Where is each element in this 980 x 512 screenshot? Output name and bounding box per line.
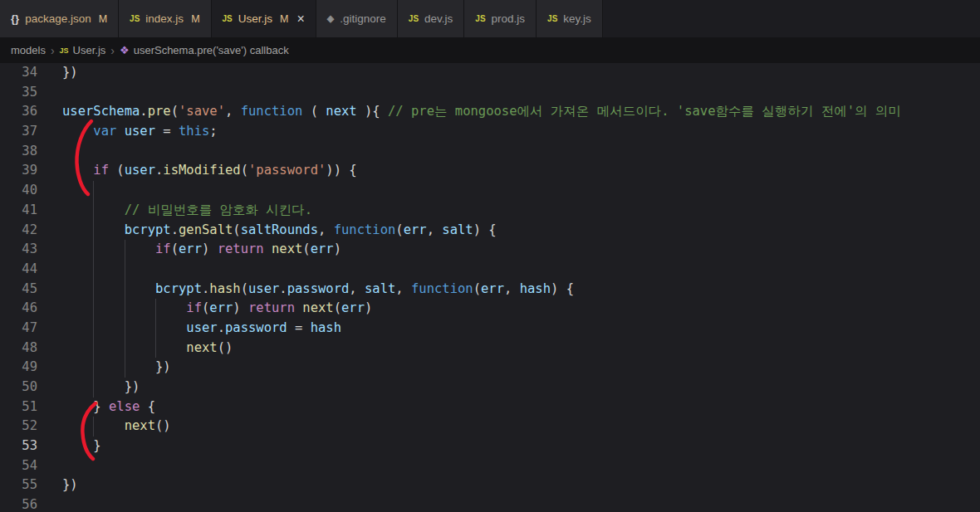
code-line-51: 51 } else { bbox=[0, 397, 980, 417]
line-number[interactable]: 51 bbox=[0, 397, 51, 417]
code-line-37: 37 var user = this; bbox=[0, 122, 980, 142]
code-text[interactable]: userSchema.pre('save', function ( next )… bbox=[62, 102, 980, 122]
code-token: () bbox=[155, 418, 171, 433]
code-text[interactable]: } else { bbox=[62, 397, 980, 417]
indent-guide-line bbox=[93, 260, 94, 280]
line-number[interactable]: 54 bbox=[0, 456, 51, 476]
code-text[interactable]: bcrypt.hash(user.password, salt, functio… bbox=[62, 280, 980, 300]
code-text[interactable]: }) bbox=[62, 63, 980, 83]
code-token: hash bbox=[311, 320, 341, 335]
code-token: next bbox=[326, 104, 356, 119]
code-token: salt bbox=[365, 281, 395, 296]
code-token: ) bbox=[233, 300, 248, 315]
code-text[interactable]: var user = this; bbox=[62, 122, 980, 142]
line-number[interactable]: 38 bbox=[0, 142, 51, 162]
tab-dev-js[interactable]: JSdev.js bbox=[398, 0, 465, 37]
code-line-43: 43 if(err) return next(err) bbox=[0, 240, 980, 260]
modified-badge: M bbox=[191, 13, 199, 25]
code-text[interactable]: }) bbox=[62, 378, 980, 397]
line-number[interactable]: 36 bbox=[0, 102, 51, 122]
code-token: = bbox=[155, 124, 179, 139]
code-token: isModified bbox=[163, 163, 240, 178]
indent-guide-line bbox=[155, 299, 156, 319]
code-text[interactable] bbox=[62, 260, 980, 280]
code-line-48: 48 next() bbox=[0, 339, 980, 358]
breadcrumb-item[interactable]: ❖userSchema.pre('save') callback bbox=[120, 44, 289, 56]
line-number[interactable]: 56 bbox=[0, 495, 51, 512]
code-token: ) { bbox=[551, 281, 574, 296]
indent-guide-line bbox=[125, 299, 125, 319]
close-icon[interactable]: × bbox=[296, 12, 304, 26]
line-number[interactable]: 42 bbox=[0, 221, 51, 241]
tab-label: dev.js bbox=[424, 12, 453, 25]
line-number[interactable]: 46 bbox=[0, 299, 51, 319]
code-line-55: 55}) bbox=[0, 475, 980, 495]
tab-key-js[interactable]: JSkey.js bbox=[537, 0, 603, 37]
tab-label: index.js bbox=[145, 12, 184, 25]
code-text[interactable]: }) bbox=[62, 475, 980, 495]
code-line-46: 46 if(err) return next(err) bbox=[0, 299, 980, 319]
line-number[interactable]: 50 bbox=[0, 378, 51, 397]
indent-guide-line bbox=[93, 378, 94, 397]
code-token: ) bbox=[365, 300, 372, 315]
code-text[interactable]: user.password = hash bbox=[62, 319, 980, 339]
breadcrumb-label: User.js bbox=[73, 44, 106, 56]
code-text[interactable] bbox=[62, 456, 980, 476]
tab-user-js[interactable]: JSUser.jsM× bbox=[212, 0, 316, 37]
line-number[interactable]: 43 bbox=[0, 240, 51, 260]
indent-guide-line bbox=[125, 319, 125, 339]
line-number[interactable]: 35 bbox=[0, 83, 51, 103]
code-text[interactable]: if(err) return next(err) bbox=[62, 299, 980, 319]
indent-guide-line bbox=[93, 339, 94, 358]
line-number[interactable]: 48 bbox=[0, 339, 51, 358]
line-number[interactable]: 40 bbox=[0, 181, 51, 201]
line-number[interactable]: 53 bbox=[0, 436, 51, 456]
code-text[interactable]: if(err) return next(err) bbox=[62, 240, 980, 260]
code-text[interactable]: if (user.isModified('password')) { bbox=[62, 161, 980, 181]
code-token: ( bbox=[473, 281, 481, 296]
line-number[interactable]: 44 bbox=[0, 260, 51, 280]
code-line-45: 45 bcrypt.hash(user.password, salt, func… bbox=[0, 280, 980, 300]
code-text[interactable]: next() bbox=[62, 339, 980, 358]
code-token bbox=[116, 124, 124, 139]
code-text[interactable] bbox=[62, 181, 980, 201]
breadcrumb-label: userSchema.pre('save') callback bbox=[134, 44, 289, 56]
indent-guide-line bbox=[93, 417, 94, 436]
line-number[interactable]: 49 bbox=[0, 358, 51, 378]
breadcrumb-item[interactable]: JSUser.js bbox=[60, 44, 106, 56]
line-number[interactable]: 37 bbox=[0, 122, 51, 142]
code-token bbox=[62, 281, 155, 296]
code-text[interactable] bbox=[62, 495, 980, 512]
code-token: . bbox=[140, 104, 147, 119]
tab-package-json[interactable]: {}package.jsonM bbox=[0, 0, 119, 37]
editor: 34})3536userSchema.pre('save', function … bbox=[0, 63, 980, 512]
tab-bar: {}package.jsonMJSindex.jsMJSUser.jsM×◈.g… bbox=[0, 0, 980, 37]
line-number[interactable]: 34 bbox=[0, 63, 51, 83]
tab-index-js[interactable]: JSindex.jsM bbox=[119, 0, 211, 37]
line-number[interactable]: 47 bbox=[0, 319, 51, 339]
symbol-method-icon: ❖ bbox=[120, 44, 130, 56]
code-text[interactable] bbox=[62, 142, 980, 162]
code-line-34: 34}) bbox=[0, 63, 980, 83]
line-number[interactable]: 55 bbox=[0, 475, 51, 495]
breadcrumb-item[interactable]: models bbox=[11, 44, 46, 56]
tab-gitignore[interactable]: ◈.gitignore bbox=[316, 0, 398, 37]
line-number[interactable]: 45 bbox=[0, 280, 51, 300]
code-token: }) bbox=[62, 477, 78, 492]
tab-prod-js[interactable]: JSprod.js bbox=[464, 0, 537, 37]
code-token: , bbox=[395, 281, 411, 296]
code-text[interactable]: } bbox=[62, 436, 980, 456]
line-number[interactable]: 52 bbox=[0, 417, 51, 436]
code-token bbox=[62, 241, 155, 256]
code-token: } bbox=[93, 438, 100, 453]
code-text[interactable]: bcrypt.genSalt(saltRounds, function(err,… bbox=[62, 221, 980, 241]
code-token: () bbox=[218, 340, 233, 355]
line-number[interactable]: 41 bbox=[0, 201, 51, 221]
code-text[interactable]: // 비밀번호를 암호화 시킨다. bbox=[62, 201, 980, 221]
code-text[interactable]: }) bbox=[62, 358, 980, 378]
line-number[interactable]: 39 bbox=[0, 161, 51, 181]
code-token: next bbox=[186, 340, 217, 355]
code-text[interactable] bbox=[62, 83, 980, 103]
code-token: function bbox=[411, 281, 473, 296]
code-text[interactable]: next() bbox=[62, 417, 980, 436]
